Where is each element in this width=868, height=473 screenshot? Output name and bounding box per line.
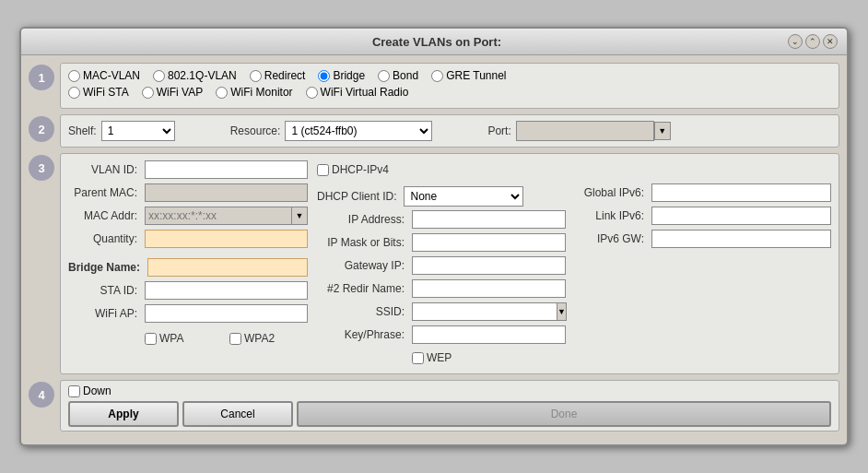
- ip-mask-row: IP Mask or Bits:: [317, 232, 566, 253]
- mac-addr-dropdown-btn[interactable]: ▼: [291, 207, 308, 225]
- dhcp-client-id-select[interactable]: None: [404, 186, 523, 207]
- radio-wifi-sta[interactable]: WiFi STA: [68, 86, 129, 99]
- gateway-ip-label: Gateway IP:: [317, 259, 405, 272]
- key-phrase-row: Key/Phrase:: [317, 325, 566, 345]
- radio-input-wifi-monitor[interactable]: [216, 87, 228, 99]
- radio-input-gre-tunnel[interactable]: [431, 70, 443, 82]
- link-ipv6-row: Link IPv6: AUTO: [575, 206, 831, 226]
- global-ipv6-input[interactable]: AUTO: [651, 183, 831, 202]
- radio-input-redirect[interactable]: [250, 70, 262, 82]
- minimize-button[interactable]: ⌄: [788, 34, 803, 49]
- col3-spacer: [575, 160, 831, 180]
- sta-id-label: STA ID:: [68, 284, 137, 297]
- shelf-group: Shelf: 1: [68, 121, 175, 141]
- title-bar: Create VLANs on Port: ⌄ ⌃ ✕: [21, 29, 847, 55]
- done-button[interactable]: Done: [297, 401, 831, 427]
- resource-label: Resource:: [230, 124, 281, 137]
- link-ipv6-input[interactable]: AUTO: [651, 207, 831, 225]
- radio-bond[interactable]: Bond: [378, 69, 418, 82]
- ssid-dropdown-btn[interactable]: ▼: [557, 302, 567, 321]
- section-2: 2 Shelf: 1 Resource: 1 (ct524-ffb0): [29, 114, 839, 148]
- radio-row-1: MAC-VLAN 802.1Q-VLAN Redirect Bridge: [68, 69, 831, 82]
- shelf-label: Shelf:: [68, 124, 97, 137]
- down-checkbox[interactable]: [68, 385, 80, 397]
- radio-input-wifi-vap[interactable]: [142, 87, 154, 99]
- gateway-ip-input[interactable]: [412, 256, 566, 275]
- wpa-checkbox[interactable]: [145, 333, 157, 345]
- radio-wifi-monitor[interactable]: WiFi Monitor: [216, 86, 292, 99]
- ip-mask-label: IP Mask or Bits:: [317, 236, 405, 249]
- radio-bridge[interactable]: Bridge: [318, 69, 365, 82]
- maximize-button[interactable]: ⌃: [805, 34, 820, 49]
- mac-addr-input[interactable]: [145, 207, 291, 225]
- wep-checkbox[interactable]: [412, 352, 424, 364]
- wifi-ap-input[interactable]: [145, 304, 308, 323]
- shelf-row: Shelf: 1 Resource: 1 (ct524-ffb0) Port:: [68, 121, 831, 141]
- ip-mask-input[interactable]: [412, 233, 566, 252]
- radio-input-bridge[interactable]: [318, 70, 330, 82]
- redir-name-input[interactable]: [412, 279, 566, 298]
- radio-input-8021q-vlan[interactable]: [153, 70, 165, 82]
- radio-input-bond[interactable]: [378, 70, 390, 82]
- dhcp-ipv4-row: DHCP-IPv4: [317, 160, 566, 180]
- wpa-checkbox-label[interactable]: WPA: [145, 332, 218, 345]
- bridge-name-label: Bridge Name:: [68, 261, 140, 274]
- ssid-row: SSID: ▼: [317, 302, 566, 322]
- cancel-button[interactable]: Cancel: [182, 401, 293, 427]
- apply-button[interactable]: Apply: [68, 401, 179, 427]
- redir-name-row: #2 Redir Name:: [317, 278, 566, 299]
- wep-checkbox-label[interactable]: WEP: [412, 351, 486, 364]
- dhcp-ipv4-checkbox[interactable]: [317, 164, 329, 176]
- dialog-title: Create VLANs on Port:: [86, 35, 788, 49]
- radio-wifi-virtual-radio[interactable]: WiFi Virtual Radio: [306, 86, 409, 99]
- title-buttons: ⌄ ⌃ ✕: [788, 34, 838, 49]
- radio-input-mac-vlan[interactable]: [68, 70, 80, 82]
- resource-group: Resource: 1 (ct524-ffb0): [230, 121, 433, 141]
- form-container: VLAN ID: Parent MAC: 0c:c4:7a:e1:ff:b1 M…: [68, 160, 831, 368]
- wpa-row: WPA WPA2: [68, 328, 308, 349]
- section-num-3: 3: [29, 155, 54, 181]
- section-3-content: VLAN ID: Parent MAC: 0c:c4:7a:e1:ff:b1 M…: [60, 153, 839, 374]
- port-dropdown-btn[interactable]: ▼: [654, 122, 671, 140]
- vlan-id-row: VLAN ID:: [68, 160, 308, 180]
- vlan-id-input[interactable]: [145, 160, 308, 179]
- section-2-content: Shelf: 1 Resource: 1 (ct524-ffb0) Port:: [60, 114, 839, 148]
- wifi-ap-label: WiFi AP:: [68, 307, 137, 320]
- section-1-content: MAC-VLAN 802.1Q-VLAN Redirect Bridge: [60, 63, 839, 109]
- dhcp-client-id-label: DHCP Client ID:: [317, 190, 396, 203]
- ipv6-gw-input[interactable]: AUTO: [651, 230, 831, 248]
- gateway-ip-row: Gateway IP:: [317, 255, 566, 276]
- section-3: 3 VLAN ID: Parent MAC: 0c:c4:7a:e1:ff:b1: [29, 153, 839, 374]
- ssid-label: SSID:: [317, 305, 405, 318]
- parent-mac-input[interactable]: 0c:c4:7a:e1:ff:b1: [145, 183, 308, 202]
- radio-gre-tunnel[interactable]: GRE Tunnel: [431, 69, 506, 82]
- port-input[interactable]: 1 (eth1): [516, 121, 654, 141]
- down-row: Down: [68, 384, 831, 397]
- key-phrase-input[interactable]: [412, 325, 566, 344]
- radio-wifi-vap[interactable]: WiFi VAP: [142, 86, 203, 99]
- dhcp-ipv4-checkbox-label[interactable]: DHCP-IPv4: [317, 163, 391, 176]
- radio-redirect[interactable]: Redirect: [250, 69, 306, 82]
- ssid-input[interactable]: [412, 302, 557, 321]
- radio-input-wifi-virtual-radio[interactable]: [306, 87, 318, 99]
- quantity-input[interactable]: 1: [145, 230, 308, 248]
- radio-8021q-vlan[interactable]: 802.1Q-VLAN: [153, 69, 237, 82]
- ip-address-input[interactable]: [412, 210, 566, 229]
- wpa2-checkbox[interactable]: [229, 333, 241, 345]
- bridge-name-input[interactable]: br0: [147, 258, 308, 277]
- wep-row: WEP: [317, 348, 566, 368]
- resource-select[interactable]: 1 (ct524-ffb0): [285, 121, 432, 141]
- buttons-row: Apply Cancel Done: [68, 401, 831, 427]
- parent-mac-label: Parent MAC:: [68, 186, 137, 199]
- close-button[interactable]: ✕: [823, 34, 838, 49]
- wpa2-checkbox-label[interactable]: WPA2: [229, 332, 303, 345]
- vlan-id-label: VLAN ID:: [68, 163, 137, 176]
- radio-input-wifi-sta[interactable]: [68, 87, 80, 99]
- section-1: 1 MAC-VLAN 802.1Q-VLAN Redirect: [29, 63, 839, 109]
- link-ipv6-label: Link IPv6:: [575, 209, 644, 222]
- down-checkbox-label[interactable]: Down: [68, 384, 111, 397]
- shelf-select[interactable]: 1: [101, 121, 175, 141]
- sta-id-input[interactable]: [145, 281, 308, 300]
- section-num-2: 2: [29, 116, 54, 142]
- radio-mac-vlan[interactable]: MAC-VLAN: [68, 69, 140, 82]
